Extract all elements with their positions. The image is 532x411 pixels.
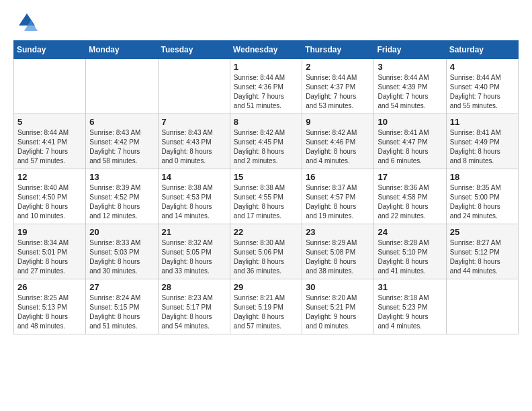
day-info: Sunrise: 8:39 AM Sunset: 4:52 PM Dayligh…: [89, 183, 154, 221]
day-number: 8: [234, 117, 298, 127]
day-number: 9: [306, 117, 370, 127]
weekday-header: Wednesday: [230, 41, 302, 59]
calendar-cell: 25Sunrise: 8:27 AM Sunset: 5:12 PM Dayli…: [446, 224, 518, 279]
day-info: Sunrise: 8:32 AM Sunset: 5:05 PM Dayligh…: [162, 238, 226, 276]
day-info: Sunrise: 8:43 AM Sunset: 4:42 PM Dayligh…: [89, 128, 154, 166]
weekday-header: Tuesday: [158, 41, 230, 59]
day-info: Sunrise: 8:42 AM Sunset: 4:46 PM Dayligh…: [306, 128, 370, 166]
calendar-cell: 26Sunrise: 8:25 AM Sunset: 5:13 PM Dayli…: [14, 279, 86, 334]
calendar-cell: [158, 59, 230, 114]
day-info: Sunrise: 8:42 AM Sunset: 4:45 PM Dayligh…: [234, 128, 298, 166]
day-info: Sunrise: 8:30 AM Sunset: 5:06 PM Dayligh…: [234, 238, 298, 276]
calendar-cell: 16Sunrise: 8:37 AM Sunset: 4:57 PM Dayli…: [302, 169, 374, 224]
calendar-cell: 21Sunrise: 8:32 AM Sunset: 5:05 PM Dayli…: [158, 224, 230, 279]
day-number: 19: [17, 227, 82, 237]
day-number: 16: [306, 172, 370, 182]
calendar-cell: 9Sunrise: 8:42 AM Sunset: 4:46 PM Daylig…: [302, 114, 374, 169]
calendar-cell: 7Sunrise: 8:43 AM Sunset: 4:43 PM Daylig…: [158, 114, 230, 169]
weekday-header: Saturday: [446, 41, 518, 59]
day-number: 7: [162, 117, 226, 127]
calendar-cell: 1Sunrise: 8:44 AM Sunset: 4:36 PM Daylig…: [230, 59, 302, 114]
day-info: Sunrise: 8:44 AM Sunset: 4:36 PM Dayligh…: [234, 73, 298, 111]
day-number: 29: [234, 282, 298, 292]
day-info: Sunrise: 8:36 AM Sunset: 4:58 PM Dayligh…: [378, 183, 442, 221]
page: SundayMondayTuesdayWednesdayThursdayFrid…: [0, 0, 532, 345]
day-number: 24: [378, 227, 442, 237]
day-number: 23: [306, 227, 370, 237]
day-info: Sunrise: 8:41 AM Sunset: 4:47 PM Dayligh…: [378, 128, 442, 166]
calendar-cell: 4Sunrise: 8:44 AM Sunset: 4:40 PM Daylig…: [446, 59, 518, 114]
day-number: 11: [450, 117, 515, 127]
day-number: 20: [89, 227, 154, 237]
calendar-cell: [446, 279, 518, 334]
day-info: Sunrise: 8:38 AM Sunset: 4:53 PM Dayligh…: [162, 183, 226, 221]
calendar-cell: 14Sunrise: 8:38 AM Sunset: 4:53 PM Dayli…: [158, 169, 230, 224]
calendar-cell: 19Sunrise: 8:34 AM Sunset: 5:01 PM Dayli…: [14, 224, 86, 279]
day-info: Sunrise: 8:23 AM Sunset: 5:17 PM Dayligh…: [162, 293, 226, 331]
day-info: Sunrise: 8:44 AM Sunset: 4:40 PM Dayligh…: [450, 73, 515, 111]
calendar-cell: 15Sunrise: 8:38 AM Sunset: 4:55 PM Dayli…: [230, 169, 302, 224]
day-info: Sunrise: 8:44 AM Sunset: 4:37 PM Dayligh…: [306, 73, 370, 111]
calendar-cell: 20Sunrise: 8:33 AM Sunset: 5:03 PM Dayli…: [86, 224, 158, 279]
day-info: Sunrise: 8:20 AM Sunset: 5:21 PM Dayligh…: [306, 293, 370, 331]
week-row: 1Sunrise: 8:44 AM Sunset: 4:36 PM Daylig…: [14, 59, 519, 114]
day-info: Sunrise: 8:37 AM Sunset: 4:57 PM Dayligh…: [306, 183, 370, 221]
calendar-cell: 31Sunrise: 8:18 AM Sunset: 5:23 PM Dayli…: [374, 279, 446, 334]
weekday-header: Sunday: [14, 41, 86, 59]
day-number: 1: [234, 62, 298, 72]
calendar-cell: 23Sunrise: 8:29 AM Sunset: 5:08 PM Dayli…: [302, 224, 374, 279]
day-number: 18: [450, 172, 515, 182]
day-number: 13: [89, 172, 154, 182]
calendar-cell: 5Sunrise: 8:44 AM Sunset: 4:41 PM Daylig…: [14, 114, 86, 169]
day-info: Sunrise: 8:44 AM Sunset: 4:41 PM Dayligh…: [17, 128, 82, 166]
day-number: 3: [378, 62, 442, 72]
calendar-cell: 18Sunrise: 8:35 AM Sunset: 5:00 PM Dayli…: [446, 169, 518, 224]
day-number: 25: [450, 227, 515, 237]
weekday-header: Friday: [374, 41, 446, 59]
day-number: 4: [450, 62, 515, 72]
day-info: Sunrise: 8:28 AM Sunset: 5:10 PM Dayligh…: [378, 238, 442, 276]
calendar-cell: 13Sunrise: 8:39 AM Sunset: 4:52 PM Dayli…: [86, 169, 158, 224]
day-info: Sunrise: 8:33 AM Sunset: 5:03 PM Dayligh…: [89, 238, 154, 276]
day-info: Sunrise: 8:43 AM Sunset: 4:43 PM Dayligh…: [162, 128, 226, 166]
day-info: Sunrise: 8:29 AM Sunset: 5:08 PM Dayligh…: [306, 238, 370, 276]
calendar-cell: 12Sunrise: 8:40 AM Sunset: 4:50 PM Dayli…: [14, 169, 86, 224]
week-row: 12Sunrise: 8:40 AM Sunset: 4:50 PM Dayli…: [14, 169, 519, 224]
day-info: Sunrise: 8:25 AM Sunset: 5:13 PM Dayligh…: [17, 293, 82, 331]
week-row: 19Sunrise: 8:34 AM Sunset: 5:01 PM Dayli…: [14, 224, 519, 279]
header: [13, 11, 519, 35]
calendar-cell: 3Sunrise: 8:44 AM Sunset: 4:39 PM Daylig…: [374, 59, 446, 114]
day-info: Sunrise: 8:27 AM Sunset: 5:12 PM Dayligh…: [450, 238, 515, 276]
calendar-cell: 6Sunrise: 8:43 AM Sunset: 4:42 PM Daylig…: [86, 114, 158, 169]
day-number: 5: [17, 117, 82, 127]
day-number: 14: [162, 172, 226, 182]
day-number: 26: [17, 282, 82, 292]
calendar-cell: 28Sunrise: 8:23 AM Sunset: 5:17 PM Dayli…: [158, 279, 230, 334]
logo: [13, 11, 39, 35]
day-number: 22: [234, 227, 298, 237]
calendar-cell: 22Sunrise: 8:30 AM Sunset: 5:06 PM Dayli…: [230, 224, 302, 279]
calendar-cell: 30Sunrise: 8:20 AM Sunset: 5:21 PM Dayli…: [302, 279, 374, 334]
calendar-cell: 27Sunrise: 8:24 AM Sunset: 5:15 PM Dayli…: [86, 279, 158, 334]
week-row: 26Sunrise: 8:25 AM Sunset: 5:13 PM Dayli…: [14, 279, 519, 334]
header-row: SundayMondayTuesdayWednesdayThursdayFrid…: [14, 41, 519, 59]
weekday-header: Thursday: [302, 41, 374, 59]
day-number: 15: [234, 172, 298, 182]
calendar-cell: 17Sunrise: 8:36 AM Sunset: 4:58 PM Dayli…: [374, 169, 446, 224]
day-info: Sunrise: 8:35 AM Sunset: 5:00 PM Dayligh…: [450, 183, 515, 221]
weekday-header: Monday: [86, 41, 158, 59]
day-number: 31: [378, 282, 442, 292]
day-info: Sunrise: 8:44 AM Sunset: 4:39 PM Dayligh…: [378, 73, 442, 111]
calendar-cell: [86, 59, 158, 114]
calendar-table: SundayMondayTuesdayWednesdayThursdayFrid…: [13, 40, 519, 334]
calendar-cell: [14, 59, 86, 114]
calendar-cell: 24Sunrise: 8:28 AM Sunset: 5:10 PM Dayli…: [374, 224, 446, 279]
day-info: Sunrise: 8:41 AM Sunset: 4:49 PM Dayligh…: [450, 128, 515, 166]
day-info: Sunrise: 8:21 AM Sunset: 5:19 PM Dayligh…: [234, 293, 298, 331]
day-info: Sunrise: 8:40 AM Sunset: 4:50 PM Dayligh…: [17, 183, 82, 221]
calendar-cell: 8Sunrise: 8:42 AM Sunset: 4:45 PM Daylig…: [230, 114, 302, 169]
week-row: 5Sunrise: 8:44 AM Sunset: 4:41 PM Daylig…: [14, 114, 519, 169]
day-number: 17: [378, 172, 442, 182]
day-info: Sunrise: 8:34 AM Sunset: 5:01 PM Dayligh…: [17, 238, 82, 276]
day-number: 10: [378, 117, 442, 127]
